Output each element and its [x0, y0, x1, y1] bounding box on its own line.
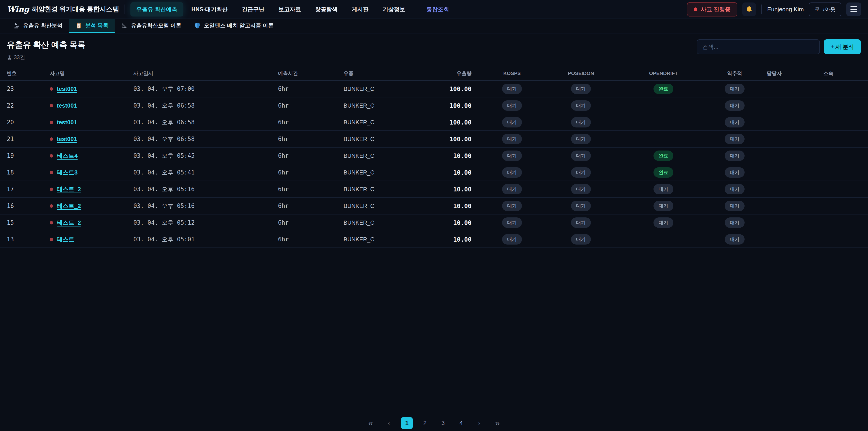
incident-name-link[interactable]: test001	[57, 119, 77, 126]
kosps-status-cell: 대기	[479, 181, 545, 197]
topbar-divider	[125, 4, 125, 14]
kosps-status-badge: 대기	[502, 84, 522, 94]
poseidon-status-badge: 대기	[571, 134, 591, 144]
organization-cell	[789, 164, 868, 181]
kosps-status-cell: 대기	[479, 131, 545, 147]
incident-status-dot	[694, 7, 698, 11]
opendrift-status-cell: 대기	[617, 214, 710, 231]
tab-model-theory[interactable]: 유출유확산모델 이론	[115, 19, 188, 33]
opendrift-status-badge: 완료	[653, 151, 673, 161]
backtrack-status-cell: 대기	[710, 214, 760, 231]
page-title: 유출유 확산 예측 목록	[7, 39, 86, 51]
pagination-page-3[interactable]: 3	[437, 417, 449, 429]
oil-type: BUNKER_C	[337, 131, 441, 147]
forecast-duration: 6hr	[271, 131, 337, 147]
incident-datetime: 03. 04. 오후 06:58	[127, 131, 271, 147]
table-row: 17테스트_203. 04. 오후 05:166hrBUNKER_C10.00대…	[0, 181, 868, 197]
oil-type: BUNKER_C	[337, 114, 441, 131]
incident-dot-icon	[50, 171, 53, 174]
app-logo: Wing 해양환경 위기대응 통합시스템	[7, 5, 119, 14]
organization-cell	[789, 131, 868, 147]
poseidon-status-badge: 대기	[571, 167, 591, 178]
opendrift-status-badge: 대기	[653, 201, 673, 211]
pagination-last-button[interactable]: »	[491, 417, 503, 429]
row-number: 23	[0, 81, 43, 97]
nav-item-reports[interactable]: 보고자료	[273, 2, 307, 17]
kosps-status-cell: 대기	[479, 114, 545, 131]
tab-spread-analysis[interactable]: 유출유 확산분석	[7, 19, 69, 33]
incident-name-link[interactable]: 테스트_2	[57, 219, 81, 227]
incident-name-link[interactable]: test001	[57, 135, 77, 143]
logout-button[interactable]: 로그아웃	[809, 2, 841, 16]
column-header-9: 역추적	[710, 66, 760, 81]
kosps-status-badge: 대기	[502, 201, 522, 211]
incident-name-link[interactable]: 테스트_2	[57, 202, 81, 210]
incident-name-link[interactable]: 테스트	[57, 236, 74, 243]
incident-dot-icon	[50, 121, 53, 124]
notification-bell-button[interactable]	[742, 2, 756, 16]
backtrack-status-badge: 대기	[725, 134, 745, 144]
pagination: «‹1234›»	[0, 415, 868, 431]
incident-name-link[interactable]: test001	[57, 86, 77, 92]
poseidon-status-cell: 대기	[545, 97, 617, 114]
hamburger-menu-button[interactable]	[846, 2, 861, 16]
kosps-status-badge: 대기	[502, 100, 522, 111]
nav-item-hns-air-diffusion[interactable]: HNS·대기확산	[186, 2, 234, 17]
incident-datetime: 03. 04. 오후 05:12	[127, 214, 271, 231]
nav-item-oil-spill-prediction[interactable]: 유출유 확산예측	[130, 2, 183, 17]
organization-cell	[789, 197, 868, 214]
organization-cell	[789, 147, 868, 164]
manager-cell	[760, 97, 789, 114]
search-input[interactable]	[697, 39, 820, 54]
oil-type: BUNKER_C	[337, 147, 441, 164]
table-row: 22test00103. 04. 오후 06:586hrBUNKER_C100.…	[0, 97, 868, 114]
table-header-row: 번호사고명사고일시예측시간유종유출량KOSPSPOSEIDONOPENDRIFT…	[0, 66, 868, 81]
microscope-icon	[13, 22, 20, 29]
column-header-6: KOSPS	[479, 66, 545, 81]
page-head-left: 유출유 확산 예측 목록 총 33건	[7, 39, 86, 61]
incident-name-link[interactable]: 테스트_2	[57, 185, 81, 193]
pagination-page-4[interactable]: 4	[455, 417, 467, 429]
shield-icon	[194, 22, 201, 29]
backtrack-status-badge: 대기	[725, 151, 745, 161]
incident-name-cell: test001	[43, 81, 127, 97]
pagination-first-button[interactable]: «	[365, 417, 377, 429]
manager-cell	[760, 81, 789, 97]
kosps-status-badge: 대기	[502, 184, 522, 194]
incident-name-link[interactable]: 테스트4	[57, 152, 78, 160]
kosps-status-cell: 대기	[479, 214, 545, 231]
backtrack-status-cell: 대기	[710, 231, 760, 248]
tab-analysis-list[interactable]: 분석 목록	[69, 19, 115, 33]
tab-boom-theory[interactable]: 오일펜스 배치 알고리즘 이론	[188, 19, 280, 33]
spill-amount: 100.00	[441, 131, 479, 147]
incident-name-link[interactable]: 테스트3	[57, 168, 78, 177]
poseidon-status-badge: 대기	[571, 151, 591, 161]
row-number: 21	[0, 131, 43, 147]
opendrift-status-cell: 대기	[617, 181, 710, 197]
nav-item-emergency-rescue[interactable]: 긴급구난	[236, 2, 270, 17]
poseidon-status-cell: 대기	[545, 197, 617, 214]
poseidon-status-cell: 대기	[545, 81, 617, 97]
oil-type: BUNKER_C	[337, 231, 441, 248]
incident-in-progress-badge[interactable]: 사고 진행중	[687, 2, 737, 17]
row-number: 22	[0, 97, 43, 114]
incident-name-link[interactable]: test001	[57, 102, 77, 109]
forecast-duration: 6hr	[271, 181, 337, 197]
nav-item-integrated-search[interactable]: 통합조회	[421, 2, 455, 17]
incident-name-cell: test001	[43, 97, 127, 114]
forecast-duration: 6hr	[271, 197, 337, 214]
backtrack-status-badge: 대기	[725, 100, 745, 111]
incident-datetime: 03. 04. 오후 05:41	[127, 164, 271, 181]
pagination-page-1[interactable]: 1	[401, 417, 413, 429]
new-analysis-button[interactable]: + 새 분석	[824, 39, 861, 54]
pagination-page-2[interactable]: 2	[419, 417, 431, 429]
nav-item-board[interactable]: 게시판	[346, 2, 375, 17]
pagination-next-button[interactable]: ›	[473, 417, 485, 429]
kosps-status-badge: 대기	[502, 151, 522, 161]
spill-amount: 10.00	[441, 231, 479, 248]
incident-datetime: 03. 04. 오후 06:58	[127, 114, 271, 131]
nav-item-aerial-search[interactable]: 항공탐색	[309, 2, 344, 17]
incident-name-cell: 테스트_2	[43, 214, 127, 231]
nav-item-weather-info[interactable]: 기상정보	[377, 2, 411, 17]
pagination-prev-button[interactable]: ‹	[383, 417, 395, 429]
